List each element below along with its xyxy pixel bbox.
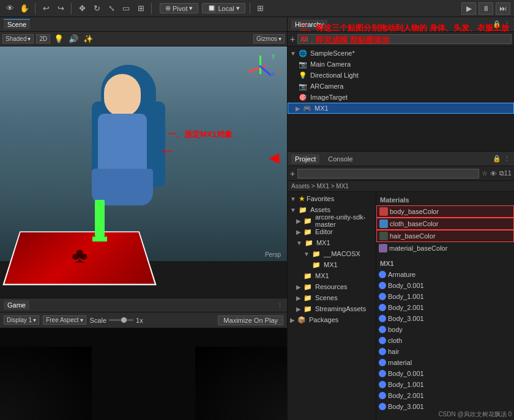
p-label-arcore: arcore-unity-sdk-master — [315, 213, 373, 228]
game-tab-bar: Game ⋮ — [0, 298, 287, 312]
h-item-arcamera[interactable]: 📷 ARCamera — [288, 81, 514, 92]
p-arrow-streaming: ▶ — [296, 306, 301, 312]
play-button[interactable]: ▶ — [461, 2, 476, 15]
project-add-icon[interactable]: + — [290, 169, 295, 179]
pivot-button[interactable]: ⊕ Pivot ▾ — [160, 3, 198, 13]
fx-icon[interactable]: ✨ — [82, 33, 94, 45]
undo-icon[interactable]: ↩ — [40, 2, 52, 15]
mx1-item-body0[interactable]: Body_0.001 — [376, 280, 514, 291]
scale-slider-track[interactable] — [109, 319, 133, 321]
aspect-arrow: ▾ — [80, 317, 83, 323]
mat-icon-cloth — [379, 219, 388, 228]
game-tab[interactable]: Game — [4, 300, 29, 310]
shaded-dropdown[interactable]: Shaded ▾ — [2, 34, 34, 43]
p-item-resources[interactable]: ▶ 📁 Resources — [288, 281, 376, 292]
mx1-item-cloth[interactable]: cloth — [376, 335, 514, 346]
scale-icon[interactable]: ⤡ — [105, 2, 117, 15]
h-icon-imagetarget: 🎯 — [299, 94, 307, 101]
rect-icon[interactable]: ▭ — [120, 2, 132, 15]
p-item-packages[interactable]: ▶ 📦 Packages — [288, 314, 376, 325]
material-item-body[interactable]: body_baseColor — [376, 205, 514, 218]
audio-icon[interactable]: 🔊 — [67, 33, 80, 45]
scene-gizmo[interactable]: x y z — [247, 53, 278, 83]
p-item-mx1-root[interactable]: ▼ 📁 MX1 — [288, 237, 376, 248]
move-icon[interactable]: ✥ — [76, 2, 88, 15]
mat-icon-material — [379, 244, 387, 252]
p-item-arcore[interactable]: ▶ 📁 arcore-unity-sdk-master — [288, 215, 376, 226]
add-icon[interactable]: + — [290, 34, 295, 44]
p-item-favorites[interactable]: ▼ ★ Favorites — [288, 193, 376, 204]
h-item-dirlight[interactable]: 💡 Directional Light — [288, 70, 514, 81]
transform-handle[interactable] — [95, 200, 105, 237]
mx1-icon-body0 — [379, 282, 386, 289]
p-item-streaming[interactable]: ▶ 📁 StreamingAssets — [288, 303, 376, 314]
more-icon[interactable]: ⋮ — [504, 20, 510, 28]
grid-icon[interactable]: ⊞ — [255, 2, 267, 15]
project-search[interactable] — [297, 169, 479, 179]
console-tab[interactable]: Console — [324, 154, 356, 164]
gizmo-y-label: y — [272, 53, 275, 59]
hierarchy-search[interactable] — [297, 34, 512, 44]
light-icon[interactable]: 💡 — [53, 33, 65, 45]
project-lock-icons: 🔒 ⋮ — [493, 155, 510, 163]
h-item-mx1[interactable]: ▶ 🎮 MX1 — [288, 103, 514, 114]
mx1-label-body: body — [388, 326, 403, 333]
project-more-icon[interactable]: ⋮ — [504, 155, 510, 163]
shaded-label: Shaded — [6, 35, 26, 42]
redo-icon[interactable]: ↪ — [54, 2, 67, 15]
scene-tab-bar: Scene — [0, 17, 287, 32]
eye-icon[interactable]: 👁 — [4, 2, 16, 15]
p-item-macosx[interactable]: ▼ 📁 __MACOSX — [288, 248, 376, 259]
p-item-mx1-sub2[interactable]: 📁 MX1 — [288, 270, 376, 281]
mx1-item-body0b[interactable]: Body_0.001 — [376, 368, 514, 379]
maximize-on-play-button[interactable]: Maximize On Play — [218, 315, 283, 325]
material-item-cloth[interactable]: cloth_baseColor — [376, 218, 514, 230]
mx1-item-body1[interactable]: Body_1.001 — [376, 291, 514, 302]
game-options-icon[interactable]: ⋮ — [277, 301, 283, 309]
mx1-icon-body1 — [379, 293, 386, 300]
scene-content[interactable]: ♣ x y z Persp — [0, 46, 287, 298]
eye-filter-icon[interactable]: 👁 — [490, 170, 497, 177]
mx1-item-body2b[interactable]: Body_2.001 — [376, 390, 514, 401]
mx1-item-body3[interactable]: Body_3.001 — [376, 313, 514, 324]
mx1-item-body2[interactable]: Body_2.001 — [376, 302, 514, 313]
aspect-dropdown[interactable]: Free Aspect ▾ — [43, 315, 86, 325]
project-tab[interactable]: Project — [291, 154, 319, 164]
scene-tab[interactable]: Scene — [4, 19, 30, 29]
step-button[interactable]: ⏭ — [496, 2, 510, 15]
mx1-item-material[interactable]: material — [376, 357, 514, 368]
project-lock-icon[interactable]: 🔒 — [493, 155, 501, 163]
p-item-mx1-sub1[interactable]: 📁 MX1 — [288, 259, 376, 270]
mx1-item-body1b[interactable]: Body_1.001 — [376, 379, 514, 390]
local-label: Local — [218, 5, 234, 12]
display-dropdown[interactable]: Display 1 ▾ — [4, 315, 39, 325]
rotate-icon[interactable]: ↻ — [91, 2, 103, 15]
p-icon-scenes: 📁 — [304, 294, 312, 302]
play-controls: ▶ ⏸ ⏭ — [461, 2, 510, 15]
local-button[interactable]: 🔲 Local ▾ — [202, 3, 245, 13]
h-item-maincamera[interactable]: 📷 Main Camera — [288, 59, 514, 70]
pause-button[interactable]: ⏸ — [479, 2, 493, 15]
scale-slider-thumb[interactable] — [121, 317, 127, 323]
hierarchy-tab-bar: Hierarchy 🔒 ⋮ — [288, 17, 514, 32]
mx1-item-armature[interactable]: Armature — [376, 269, 514, 280]
p-item-scenes[interactable]: ▶ 📁 Scenes — [288, 292, 376, 303]
materials-section: Materials body_baseColor cloth_baseColor… — [376, 193, 514, 256]
filter-icon[interactable]: ☆ — [482, 169, 488, 177]
mx1-label-material: material — [388, 359, 412, 366]
material-item-hair[interactable]: hair_baseColor — [376, 230, 514, 242]
h-item-samplescene[interactable]: ▼ 🌐 SampleScene* — [288, 48, 514, 59]
mx1-item-body[interactable]: body — [376, 324, 514, 335]
h-item-imagetarget[interactable]: 🎯 ImageTarget — [288, 92, 514, 103]
material-item-material[interactable]: material_baseColor — [376, 242, 514, 254]
hierarchy-tab[interactable]: Hierarchy — [291, 20, 327, 29]
lock-icon[interactable]: 🔒 — [493, 20, 501, 28]
hand-icon[interactable]: ✋ — [18, 2, 31, 15]
all-icon[interactable]: ⊞ — [135, 2, 147, 15]
game-content[interactable] — [0, 328, 287, 420]
scene-view: Scene Shaded ▾ 2D 💡 🔊 ✨ Gizmos — [0, 17, 287, 298]
local-icon: 🔲 — [207, 4, 216, 12]
mx1-item-hair[interactable]: hair — [376, 346, 514, 357]
gizmos-dropdown[interactable]: Gizmos ▾ — [253, 34, 285, 43]
2d-button[interactable]: 2D — [36, 34, 50, 43]
